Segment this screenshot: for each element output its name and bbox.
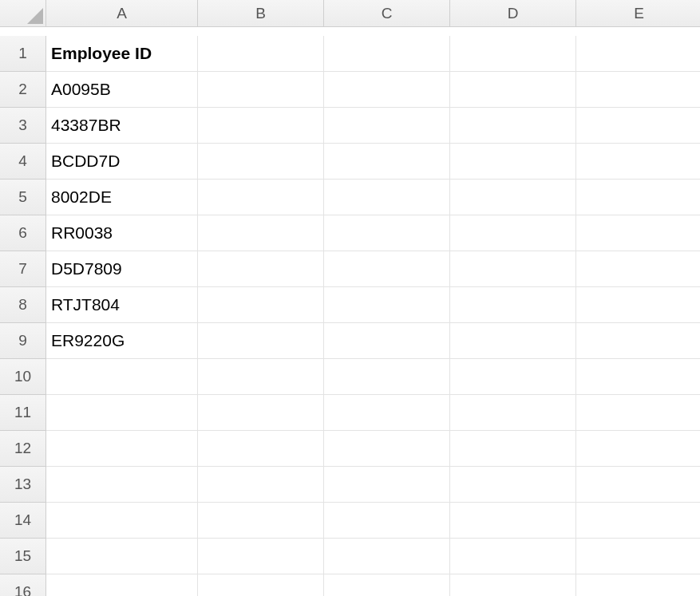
- cell-D8[interactable]: [450, 287, 576, 323]
- cell-E4[interactable]: [576, 144, 700, 180]
- cell-E9[interactable]: [576, 323, 700, 359]
- cell-D6[interactable]: [450, 215, 576, 251]
- cell-E14[interactable]: [576, 503, 700, 539]
- cell-A13[interactable]: [46, 467, 198, 503]
- cell-D12[interactable]: [450, 431, 576, 467]
- cell-C13[interactable]: [324, 467, 450, 503]
- cell-A16[interactable]: [46, 574, 198, 596]
- cell-D3[interactable]: [450, 108, 576, 144]
- cell-A8[interactable]: RTJT804: [46, 287, 198, 323]
- col-header-B[interactable]: B: [198, 0, 324, 27]
- row-header-4[interactable]: 4: [0, 144, 46, 180]
- cell-E2[interactable]: [576, 72, 700, 108]
- cell-E8[interactable]: [576, 287, 700, 323]
- cell-B11[interactable]: [198, 395, 324, 431]
- select-all-corner[interactable]: [0, 0, 46, 27]
- col-header-A[interactable]: A: [46, 0, 198, 27]
- cell-B1[interactable]: [198, 36, 324, 72]
- row-header-1[interactable]: 1: [0, 36, 46, 72]
- cell-A5[interactable]: 8002DE: [46, 180, 198, 215]
- cell-E3[interactable]: [576, 108, 700, 144]
- cell-B7[interactable]: [198, 251, 324, 287]
- cell-A11[interactable]: [46, 395, 198, 431]
- cell-B13[interactable]: [198, 467, 324, 503]
- cell-E13[interactable]: [576, 467, 700, 503]
- row-header-9[interactable]: 9: [0, 323, 46, 359]
- cell-B14[interactable]: [198, 503, 324, 539]
- cell-A12[interactable]: [46, 431, 198, 467]
- row-header-5[interactable]: 5: [0, 180, 46, 215]
- cell-B2[interactable]: [198, 72, 324, 108]
- cell-A2[interactable]: A0095B: [46, 72, 198, 108]
- cell-A6[interactable]: RR0038: [46, 215, 198, 251]
- cell-B10[interactable]: [198, 359, 324, 395]
- cell-D13[interactable]: [450, 467, 576, 503]
- cell-A3[interactable]: 43387BR: [46, 108, 198, 144]
- cell-B6[interactable]: [198, 215, 324, 251]
- cell-C15[interactable]: [324, 539, 450, 574]
- cell-D14[interactable]: [450, 503, 576, 539]
- cell-C14[interactable]: [324, 503, 450, 539]
- cell-B12[interactable]: [198, 431, 324, 467]
- cell-D5[interactable]: [450, 180, 576, 215]
- col-header-C[interactable]: C: [324, 0, 450, 27]
- cell-E6[interactable]: [576, 215, 700, 251]
- cell-D1[interactable]: [450, 36, 576, 72]
- cell-C8[interactable]: [324, 287, 450, 323]
- cell-E11[interactable]: [576, 395, 700, 431]
- row-header-14[interactable]: 14: [0, 503, 46, 539]
- row-header-10[interactable]: 10: [0, 359, 46, 395]
- col-header-D[interactable]: D: [450, 0, 576, 27]
- cell-E5[interactable]: [576, 180, 700, 215]
- row-header-6[interactable]: 6: [0, 215, 46, 251]
- cell-E7[interactable]: [576, 251, 700, 287]
- cell-C11[interactable]: [324, 395, 450, 431]
- cell-A7[interactable]: D5D7809: [46, 251, 198, 287]
- cell-D10[interactable]: [450, 359, 576, 395]
- cell-C6[interactable]: [324, 215, 450, 251]
- cell-B15[interactable]: [198, 539, 324, 574]
- cell-C5[interactable]: [324, 180, 450, 215]
- cell-D4[interactable]: [450, 144, 576, 180]
- col-header-E[interactable]: E: [576, 0, 700, 27]
- row-header-16[interactable]: 16: [0, 574, 46, 596]
- cell-E12[interactable]: [576, 431, 700, 467]
- cell-C16[interactable]: [324, 574, 450, 596]
- row-header-8[interactable]: 8: [0, 287, 46, 323]
- cell-C7[interactable]: [324, 251, 450, 287]
- cell-B9[interactable]: [198, 323, 324, 359]
- row-header-11[interactable]: 11: [0, 395, 46, 431]
- cell-D7[interactable]: [450, 251, 576, 287]
- cell-B4[interactable]: [198, 144, 324, 180]
- row-header-12[interactable]: 12: [0, 431, 46, 467]
- cell-C12[interactable]: [324, 431, 450, 467]
- cell-D2[interactable]: [450, 72, 576, 108]
- cell-E15[interactable]: [576, 539, 700, 574]
- cell-E1[interactable]: [576, 36, 700, 72]
- cell-C9[interactable]: [324, 323, 450, 359]
- cell-A9[interactable]: ER9220G: [46, 323, 198, 359]
- cell-A14[interactable]: [46, 503, 198, 539]
- row-header-15[interactable]: 15: [0, 539, 46, 574]
- row-header-7[interactable]: 7: [0, 251, 46, 287]
- cell-A10[interactable]: [46, 359, 198, 395]
- cell-C1[interactable]: [324, 36, 450, 72]
- cell-B5[interactable]: [198, 180, 324, 215]
- row-header-13[interactable]: 13: [0, 467, 46, 503]
- cell-A15[interactable]: [46, 539, 198, 574]
- cell-B3[interactable]: [198, 108, 324, 144]
- cell-E10[interactable]: [576, 359, 700, 395]
- cell-C3[interactable]: [324, 108, 450, 144]
- cell-D9[interactable]: [450, 323, 576, 359]
- row-header-2[interactable]: 2: [0, 72, 46, 108]
- cell-D11[interactable]: [450, 395, 576, 431]
- cell-C2[interactable]: [324, 72, 450, 108]
- cell-D16[interactable]: [450, 574, 576, 596]
- cell-E16[interactable]: [576, 574, 700, 596]
- cell-B16[interactable]: [198, 574, 324, 596]
- cell-A4[interactable]: BCDD7D: [46, 144, 198, 180]
- cell-C10[interactable]: [324, 359, 450, 395]
- cell-A1[interactable]: Employee ID: [46, 36, 198, 72]
- cell-B8[interactable]: [198, 287, 324, 323]
- row-header-3[interactable]: 3: [0, 108, 46, 144]
